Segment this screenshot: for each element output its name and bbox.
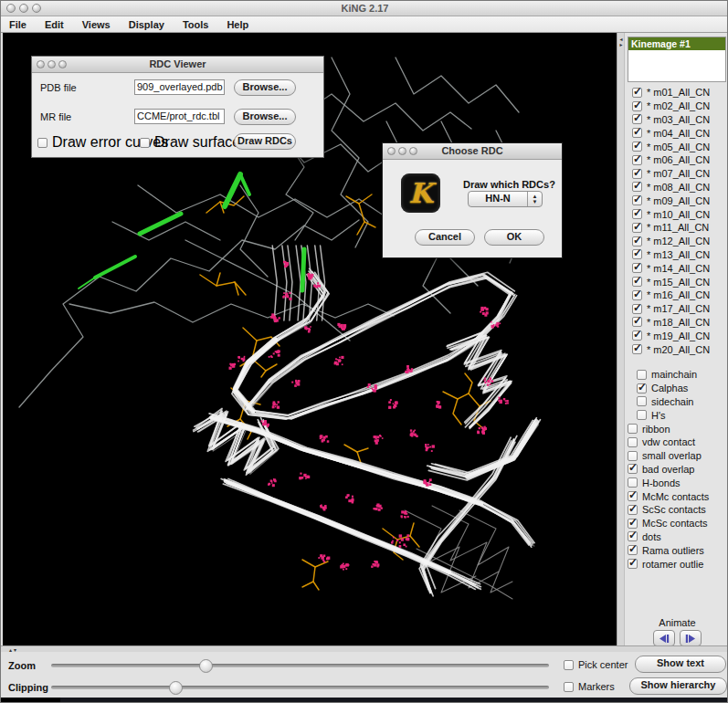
checkbox[interactable] (632, 263, 642, 273)
kinemage-list-item[interactable]: Kinemage #1 (628, 37, 725, 50)
rdc-viewer-titlebar[interactable]: RDC Viewer (32, 57, 323, 73)
checkbox-label: ScSc contacts (642, 504, 706, 515)
zoom-slider[interactable] (51, 664, 549, 667)
menu-edit[interactable]: Edit (36, 19, 73, 30)
checkbox[interactable] (632, 317, 642, 327)
show-text-button[interactable]: Show text (635, 656, 726, 673)
checkbox-label: * m14_All_CN (647, 263, 710, 274)
menu-file[interactable]: File (1, 19, 36, 30)
menu-display[interactable]: Display (120, 19, 174, 30)
choose-rdc-title: Choose RDC (383, 145, 562, 156)
checkbox-row: * m08_All_CN (625, 181, 728, 194)
show-hierarchy-button[interactable]: Show hierarchy (629, 677, 727, 695)
checkbox[interactable] (628, 451, 638, 461)
rdc-type-value: HN-N (469, 193, 527, 204)
checkbox-row: * m15_All_CN (625, 275, 728, 289)
checkbox[interactable] (637, 383, 647, 393)
animate-forward-button[interactable] (680, 630, 702, 646)
checkbox-row: * m01_All_CN (625, 86, 728, 100)
display-option-list: mainchainCalphassidechainH'sribbonvdw co… (625, 368, 728, 571)
checkbox[interactable] (628, 505, 638, 515)
ok-button[interactable]: OK (484, 229, 544, 246)
draw-surfaces-row: Draw surfaces (140, 136, 248, 150)
checkbox[interactable] (628, 545, 638, 555)
menu-help[interactable]: Help (217, 19, 258, 30)
checkbox[interactable] (632, 344, 642, 354)
pick-center-label: Pick center (578, 659, 628, 670)
markers-checkbox[interactable] (564, 682, 574, 692)
checkbox[interactable] (632, 169, 642, 179)
checkbox-row: * m13_All_CN (625, 248, 728, 262)
checkbox[interactable] (628, 519, 638, 529)
draw-surfaces-checkbox[interactable] (140, 138, 150, 148)
browse-pdb-button[interactable]: Browse... (234, 79, 296, 96)
choose-rdc-dialog: Choose RDC K Draw which RDCs? HN-N ▲▼ Ca… (382, 142, 563, 258)
checkbox[interactable] (632, 223, 642, 233)
checkbox[interactable] (632, 209, 642, 219)
checkbox[interactable] (632, 88, 642, 98)
checkbox[interactable] (632, 277, 642, 287)
markers-label: Markers (578, 681, 615, 692)
checkbox[interactable] (628, 477, 638, 488)
checkbox[interactable] (628, 531, 638, 541)
checkbox[interactable] (632, 331, 642, 341)
checkbox-label: * m17_All_CN (647, 303, 710, 314)
checkbox-label: * m08_All_CN (647, 182, 710, 193)
checkbox[interactable] (632, 290, 642, 300)
draw-rdcs-button[interactable]: Draw RDCs (234, 133, 296, 150)
pdb-file-field[interactable]: 909_overlayed.pdb (134, 79, 225, 95)
checkbox-row: ribbon (625, 422, 728, 435)
clipping-slider[interactable] (51, 686, 549, 689)
checkbox[interactable] (632, 195, 642, 205)
checkbox-row: ScSc contacts (625, 503, 728, 517)
checkbox-label: mainchain (651, 369, 697, 380)
checkbox-label: vdw contact (642, 436, 695, 447)
menu-tools[interactable]: Tools (174, 19, 218, 30)
titlebar[interactable]: KiNG 2.17 (1, 1, 728, 16)
draw-error-curves-checkbox[interactable] (37, 138, 47, 148)
checkbox[interactable] (628, 559, 638, 569)
rdc-type-dropdown[interactable]: HN-N ▲▼ (468, 191, 543, 207)
checkbox[interactable] (628, 491, 638, 501)
checkbox-row: * m14_All_CN (625, 261, 728, 275)
cancel-button[interactable]: Cancel (415, 229, 475, 246)
checkbox-label: dots (642, 531, 661, 542)
checkbox[interactable] (628, 464, 638, 474)
browse-mr-button[interactable]: Browse... (234, 109, 296, 125)
checkbox-row: * m11_All_CN (625, 221, 728, 235)
checkbox[interactable] (628, 437, 638, 447)
clipping-slider-thumb[interactable] (169, 681, 183, 695)
checkbox[interactable] (632, 236, 642, 247)
checkbox[interactable] (632, 128, 642, 138)
checkbox[interactable] (632, 304, 642, 314)
checkbox[interactable] (632, 114, 642, 124)
checkbox[interactable] (628, 424, 638, 434)
zoom-slider-thumb[interactable] (199, 659, 213, 673)
checkbox-row: * m07_All_CN (625, 167, 728, 181)
checkbox[interactable] (632, 101, 642, 111)
king-logo-icon: K (401, 173, 440, 213)
checkbox-label: * m11_All_CN (647, 222, 709, 233)
checkbox-label: * m10_All_CN (647, 209, 710, 220)
vertical-splitter[interactable]: ◂▸ (617, 33, 624, 645)
choose-rdc-titlebar[interactable]: Choose RDC (383, 143, 562, 160)
checkbox-label: * m05_All_CN (647, 142, 710, 152)
animate-back-button[interactable] (653, 630, 675, 646)
horizontal-splitter[interactable]: ▴▾ (1, 645, 728, 652)
mr-file-field[interactable]: CCME/prot_rdc.tbl (134, 109, 225, 124)
checkbox[interactable] (632, 249, 642, 259)
menu-views[interactable]: Views (73, 19, 120, 30)
clipping-slider-label: Clipping (8, 682, 48, 693)
checkbox[interactable] (632, 142, 642, 152)
step-back-icon (659, 635, 670, 643)
checkbox[interactable] (632, 155, 642, 165)
sidebar: Kinemage #1 * m01_All_CN* m02_All_CN* m0… (624, 33, 728, 645)
checkbox[interactable] (637, 370, 647, 380)
checkbox[interactable] (637, 410, 647, 420)
pick-center-checkbox[interactable] (564, 660, 574, 670)
kinemage-list[interactable]: Kinemage #1 (628, 37, 726, 82)
checkbox[interactable] (632, 182, 642, 192)
checkbox[interactable] (637, 396, 647, 406)
checkbox-row: * m12_All_CN (625, 235, 728, 248)
checkbox-row: * m09_All_CN (625, 194, 728, 207)
